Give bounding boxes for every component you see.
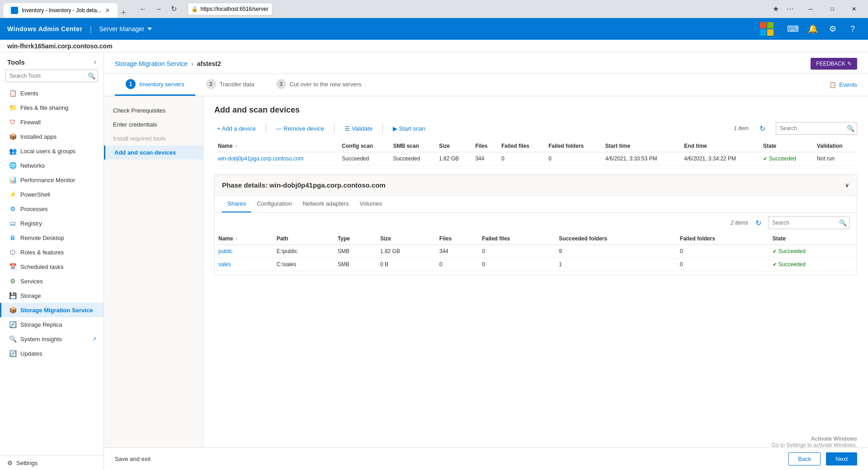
sidebar-item-installed-apps[interactable]: 📦 Installed apps (0, 129, 104, 144)
shell-btn[interactable]: ⌨ (785, 21, 801, 37)
sidebar-search-input[interactable] (5, 70, 98, 82)
devices-refresh-btn[interactable]: ↻ (756, 122, 769, 135)
main-panel: Add and scan devices + Add a device — Re… (203, 96, 868, 447)
device-name-link[interactable]: win-dobj0p41pga.corp.contoso.com (218, 155, 303, 162)
phase-details-header[interactable]: Phase details: win-dobj0p41pga.corp.cont… (215, 175, 857, 196)
phase-search-input[interactable] (768, 216, 849, 229)
sidebar-item-storage-migration[interactable]: 📦 Storage Migration Service (0, 303, 104, 317)
ph-cell-name-1: public (215, 245, 273, 258)
main-layout: Tools ‹ 🔍 📋 Events 📁 Files & file sharin… (0, 52, 868, 470)
share-name-link-2[interactable]: sales (218, 261, 231, 268)
minimize-btn[interactable]: ─ (800, 2, 821, 16)
phase-tab-network-adapters[interactable]: Network adapters (297, 196, 354, 212)
new-tab-button[interactable]: + (118, 8, 130, 18)
breadcrumb-parent-link[interactable]: Storage Migration Service (115, 60, 188, 67)
ph-col-path: Path (273, 233, 334, 245)
ph-col-type: Type (334, 233, 377, 245)
maximize-btn[interactable]: □ (822, 2, 843, 16)
start-scan-button[interactable]: ▶ Start scan (390, 123, 428, 134)
share-state-badge-2: Succeeded (773, 261, 853, 268)
share-name-link-1[interactable]: public (218, 248, 232, 254)
events-button[interactable]: 📋 Events (829, 81, 857, 88)
toolbar-sep-2 (334, 124, 335, 133)
notifications-btn[interactable]: 🔔 (805, 21, 821, 37)
tab-close-btn[interactable]: ✕ (105, 7, 110, 14)
remove-device-button[interactable]: — Remove device (274, 123, 327, 134)
ph-cell-type-2: SMB (334, 258, 377, 271)
close-btn[interactable]: ✕ (844, 2, 864, 16)
wizard-tab-cutover[interactable]: 3 Cut over to the new servers (265, 74, 373, 96)
phase-table-head: Name ↑ Path Type Size Files Failed files… (215, 233, 857, 245)
back-button[interactable]: Back (788, 452, 821, 465)
sub-sidebar-add-scan-devices[interactable]: Add and scan devices (104, 146, 203, 160)
phase-item-count: 2 items (731, 220, 748, 226)
sidebar-item-storage-replica[interactable]: 🔄 Storage Replica (0, 317, 104, 332)
sidebar-item-firewall[interactable]: 🛡 Firewall (0, 115, 104, 129)
browser-tab-active[interactable]: Inventory - Inventory - Job deta... ✕ (4, 3, 118, 18)
validate-button[interactable]: ☰ Validate (342, 123, 375, 134)
phase-tab-volumes[interactable]: Volumes (354, 196, 387, 212)
sidebar-item-performance-monitor[interactable]: 📊 Performance Monitor (0, 173, 104, 187)
sidebar-item-files[interactable]: 📁 Files & file sharing (0, 100, 104, 115)
sidebar-item-updates[interactable]: 🔃 Updates (0, 346, 104, 361)
cell-start-time: 4/6/2021, 3:33:53 PM (602, 152, 681, 165)
sidebar-item-registry[interactable]: 🗂 Registry (0, 216, 104, 230)
sidebar-item-events[interactable]: 📋 Events (0, 86, 104, 100)
phase-refresh-btn[interactable]: ↻ (752, 216, 764, 229)
phase-tab-configuration[interactable]: Configuration (251, 196, 297, 212)
add-device-button[interactable]: + Add a device (214, 123, 259, 134)
phase-tab-shares[interactable]: Shares (222, 196, 251, 212)
sidebar-item-roles-features[interactable]: ⬡ Roles & features (0, 245, 104, 259)
sidebar-item-system-insights[interactable]: 🔍 System Insights ↗ (0, 332, 104, 346)
volumes-tab-label: Volumes (359, 200, 382, 207)
devices-search-input[interactable] (776, 122, 857, 135)
cell-config-scan: Succeeded (338, 152, 389, 165)
sidebar-settings-item[interactable]: ⚙ Settings (0, 456, 104, 470)
help-btn[interactable]: ? (844, 21, 861, 37)
sidebar-item-networks[interactable]: 🌐 Networks (0, 158, 104, 173)
ph-col-failed-files: Failed files (478, 233, 555, 245)
table-row: win-dobj0p41pga.corp.contoso.com Succeed… (214, 152, 857, 165)
refresh-btn[interactable]: ↻ (168, 3, 180, 15)
step-2-num: 2 (206, 79, 216, 89)
sidebar-item-scheduled-tasks[interactable]: 📅 Scheduled tasks (0, 259, 104, 274)
settings-btn[interactable]: ⚙ (825, 21, 841, 37)
sidebar-item-services[interactable]: ⚙ Services (0, 274, 104, 288)
wizard-tabs: 1 Inventory servers 2 Transfer data 3 Cu… (104, 74, 868, 96)
browser-menu-btn[interactable]: ⋯ (784, 3, 797, 15)
address-input[interactable] (188, 3, 273, 15)
breadcrumb-separator: › (191, 60, 193, 67)
col-validation: Validation (813, 140, 857, 152)
feedback-button[interactable]: FEEDBACK ✎ (811, 58, 857, 70)
back-btn[interactable]: ← (137, 3, 150, 15)
add-scan-label: Add and scan devices (114, 149, 176, 156)
ph-cell-succ-folders-2: 1 (555, 258, 676, 271)
sidebar-item-powershell[interactable]: ⚡ PowerShell (0, 187, 104, 202)
server-manager-dropdown[interactable]: Server Manager (99, 25, 151, 33)
ph-col-state: State (769, 233, 857, 245)
sidebar-item-local-users[interactable]: 👥 Local users & groups (0, 144, 104, 158)
next-button[interactable]: Next (826, 452, 857, 465)
ph-cell-failed-files-1: 0 (478, 245, 555, 258)
sub-sidebar-enter-credentials[interactable]: Enter credentials (104, 118, 203, 132)
phase-shares-table: Name ↑ Path Type Size Files Failed files… (215, 233, 857, 271)
install-tools-label: Install required tools (113, 135, 165, 142)
address-lock-icon: 🔒 (191, 6, 198, 12)
sidebar-item-storage[interactable]: 💾 Storage (0, 288, 104, 303)
ms-logo (760, 22, 774, 36)
config-tab-label: Configuration (257, 200, 292, 207)
wizard-tab-inventory[interactable]: 1 Inventory servers (115, 74, 195, 96)
svg-rect-3 (767, 29, 774, 36)
sub-sidebar-check-prereq[interactable]: Check Prerequisites (104, 103, 203, 118)
sidebar-label-performance-monitor: Performance Monitor (20, 177, 75, 183)
sidebar-collapse-btn[interactable]: ‹ (94, 58, 96, 66)
ph-cell-files-2: 0 (436, 258, 479, 271)
sidebar-item-processes[interactable]: ⚙ Processes (0, 202, 104, 216)
browser-right-controls: ★ ⋯ (769, 3, 797, 15)
forward-btn[interactable]: → (152, 3, 165, 15)
bottom-bar: Save and exit Back Next (104, 447, 868, 470)
favorites-btn[interactable]: ★ (769, 3, 782, 15)
wizard-tab-transfer[interactable]: 2 Transfer data (195, 74, 265, 96)
sidebar-item-remote-desktop[interactable]: 🖥 Remote Desktop (0, 230, 104, 245)
phase-table-wrap: Name ↑ Path Type Size Files Failed files… (215, 233, 857, 275)
